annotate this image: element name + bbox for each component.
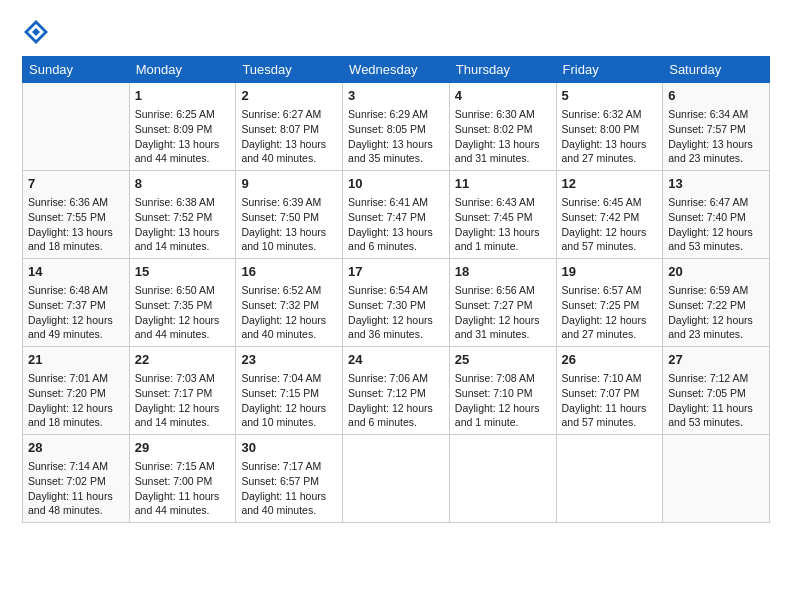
cell-sunset: Sunset: 7:20 PM [28, 387, 106, 399]
calendar-week-row: 14Sunrise: 6:48 AMSunset: 7:37 PMDayligh… [23, 259, 770, 347]
cell-date: 14 [28, 263, 124, 281]
calendar-cell: 7Sunrise: 6:36 AMSunset: 7:55 PMDaylight… [23, 171, 130, 259]
page: SundayMondayTuesdayWednesdayThursdayFrid… [0, 0, 792, 612]
calendar-cell: 12Sunrise: 6:45 AMSunset: 7:42 PMDayligh… [556, 171, 663, 259]
cell-sunrise: Sunrise: 6:32 AM [562, 108, 642, 120]
logo [22, 18, 54, 46]
cell-date: 12 [562, 175, 658, 193]
cell-daylight: Daylight: 12 hours and 18 minutes. [28, 402, 113, 429]
cell-date: 25 [455, 351, 551, 369]
cell-sunrise: Sunrise: 7:17 AM [241, 460, 321, 472]
cell-daylight: Daylight: 13 hours and 6 minutes. [348, 226, 433, 253]
cell-date: 8 [135, 175, 231, 193]
cell-sunset: Sunset: 7:57 PM [668, 123, 746, 135]
cell-sunset: Sunset: 8:05 PM [348, 123, 426, 135]
calendar-cell: 16Sunrise: 6:52 AMSunset: 7:32 PMDayligh… [236, 259, 343, 347]
calendar-cell: 5Sunrise: 6:32 AMSunset: 8:00 PMDaylight… [556, 83, 663, 171]
calendar-cell: 14Sunrise: 6:48 AMSunset: 7:37 PMDayligh… [23, 259, 130, 347]
calendar-cell: 29Sunrise: 7:15 AMSunset: 7:00 PMDayligh… [129, 435, 236, 523]
calendar-cell: 20Sunrise: 6:59 AMSunset: 7:22 PMDayligh… [663, 259, 770, 347]
cell-sunrise: Sunrise: 7:10 AM [562, 372, 642, 384]
cell-daylight: Daylight: 13 hours and 10 minutes. [241, 226, 326, 253]
cell-daylight: Daylight: 12 hours and 10 minutes. [241, 402, 326, 429]
cell-daylight: Daylight: 12 hours and 27 minutes. [562, 314, 647, 341]
cell-sunrise: Sunrise: 7:03 AM [135, 372, 215, 384]
cell-date: 10 [348, 175, 444, 193]
calendar-cell: 15Sunrise: 6:50 AMSunset: 7:35 PMDayligh… [129, 259, 236, 347]
cell-daylight: Daylight: 13 hours and 27 minutes. [562, 138, 647, 165]
calendar-cell: 1Sunrise: 6:25 AMSunset: 8:09 PMDaylight… [129, 83, 236, 171]
cell-sunrise: Sunrise: 6:45 AM [562, 196, 642, 208]
calendar-cell: 11Sunrise: 6:43 AMSunset: 7:45 PMDayligh… [449, 171, 556, 259]
cell-sunset: Sunset: 7:00 PM [135, 475, 213, 487]
cell-daylight: Daylight: 13 hours and 35 minutes. [348, 138, 433, 165]
cell-sunset: Sunset: 7:52 PM [135, 211, 213, 223]
cell-date: 7 [28, 175, 124, 193]
cell-daylight: Daylight: 13 hours and 44 minutes. [135, 138, 220, 165]
cell-sunset: Sunset: 7:35 PM [135, 299, 213, 311]
calendar-cell: 19Sunrise: 6:57 AMSunset: 7:25 PMDayligh… [556, 259, 663, 347]
cell-date: 23 [241, 351, 337, 369]
cell-sunset: Sunset: 7:02 PM [28, 475, 106, 487]
calendar-cell [449, 435, 556, 523]
calendar-cell: 18Sunrise: 6:56 AMSunset: 7:27 PMDayligh… [449, 259, 556, 347]
calendar-week-row: 21Sunrise: 7:01 AMSunset: 7:20 PMDayligh… [23, 347, 770, 435]
calendar-cell: 8Sunrise: 6:38 AMSunset: 7:52 PMDaylight… [129, 171, 236, 259]
calendar-cell: 3Sunrise: 6:29 AMSunset: 8:05 PMDaylight… [343, 83, 450, 171]
calendar-cell: 30Sunrise: 7:17 AMSunset: 6:57 PMDayligh… [236, 435, 343, 523]
cell-daylight: Daylight: 13 hours and 40 minutes. [241, 138, 326, 165]
cell-date: 29 [135, 439, 231, 457]
calendar-cell: 4Sunrise: 6:30 AMSunset: 8:02 PMDaylight… [449, 83, 556, 171]
day-header-friday: Friday [556, 57, 663, 83]
day-header-thursday: Thursday [449, 57, 556, 83]
cell-date: 4 [455, 87, 551, 105]
calendar-cell: 13Sunrise: 6:47 AMSunset: 7:40 PMDayligh… [663, 171, 770, 259]
cell-date: 26 [562, 351, 658, 369]
calendar-cell: 9Sunrise: 6:39 AMSunset: 7:50 PMDaylight… [236, 171, 343, 259]
cell-sunrise: Sunrise: 7:15 AM [135, 460, 215, 472]
logo-icon [22, 18, 50, 46]
cell-sunrise: Sunrise: 7:12 AM [668, 372, 748, 384]
cell-sunset: Sunset: 7:45 PM [455, 211, 533, 223]
cell-date: 30 [241, 439, 337, 457]
cell-date: 27 [668, 351, 764, 369]
cell-date: 9 [241, 175, 337, 193]
cell-sunset: Sunset: 7:12 PM [348, 387, 426, 399]
cell-daylight: Daylight: 13 hours and 14 minutes. [135, 226, 220, 253]
cell-sunset: Sunset: 7:10 PM [455, 387, 533, 399]
cell-sunrise: Sunrise: 6:54 AM [348, 284, 428, 296]
cell-daylight: Daylight: 11 hours and 53 minutes. [668, 402, 753, 429]
cell-sunrise: Sunrise: 7:14 AM [28, 460, 108, 472]
cell-date: 19 [562, 263, 658, 281]
cell-sunset: Sunset: 7:25 PM [562, 299, 640, 311]
cell-daylight: Daylight: 12 hours and 49 minutes. [28, 314, 113, 341]
cell-daylight: Daylight: 12 hours and 36 minutes. [348, 314, 433, 341]
cell-sunset: Sunset: 7:27 PM [455, 299, 533, 311]
calendar-cell: 21Sunrise: 7:01 AMSunset: 7:20 PMDayligh… [23, 347, 130, 435]
day-header-saturday: Saturday [663, 57, 770, 83]
cell-sunrise: Sunrise: 6:57 AM [562, 284, 642, 296]
cell-daylight: Daylight: 11 hours and 57 minutes. [562, 402, 647, 429]
cell-daylight: Daylight: 12 hours and 44 minutes. [135, 314, 220, 341]
calendar-cell: 17Sunrise: 6:54 AMSunset: 7:30 PMDayligh… [343, 259, 450, 347]
cell-sunrise: Sunrise: 6:29 AM [348, 108, 428, 120]
cell-sunset: Sunset: 7:17 PM [135, 387, 213, 399]
cell-daylight: Daylight: 12 hours and 31 minutes. [455, 314, 540, 341]
cell-sunrise: Sunrise: 6:59 AM [668, 284, 748, 296]
cell-date: 20 [668, 263, 764, 281]
calendar-week-row: 28Sunrise: 7:14 AMSunset: 7:02 PMDayligh… [23, 435, 770, 523]
cell-sunset: Sunset: 7:22 PM [668, 299, 746, 311]
day-header-sunday: Sunday [23, 57, 130, 83]
cell-date: 22 [135, 351, 231, 369]
cell-sunrise: Sunrise: 7:01 AM [28, 372, 108, 384]
cell-sunset: Sunset: 7:42 PM [562, 211, 640, 223]
cell-sunset: Sunset: 7:50 PM [241, 211, 319, 223]
cell-date: 24 [348, 351, 444, 369]
cell-sunset: Sunset: 8:09 PM [135, 123, 213, 135]
cell-date: 11 [455, 175, 551, 193]
cell-sunrise: Sunrise: 6:41 AM [348, 196, 428, 208]
cell-date: 21 [28, 351, 124, 369]
cell-daylight: Daylight: 12 hours and 6 minutes. [348, 402, 433, 429]
calendar-cell: 27Sunrise: 7:12 AMSunset: 7:05 PMDayligh… [663, 347, 770, 435]
cell-sunset: Sunset: 7:05 PM [668, 387, 746, 399]
